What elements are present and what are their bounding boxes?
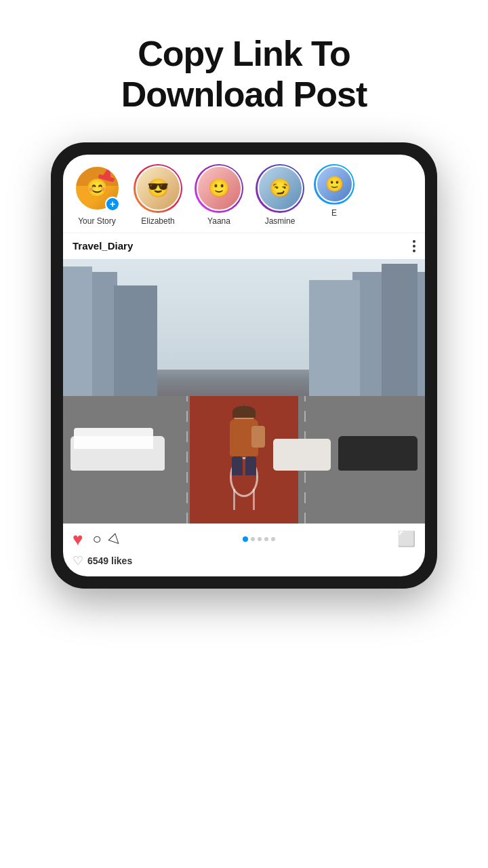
phone-screen: 😊 + Your Story 😎 Eliza [63, 155, 425, 576]
story-label-jasmine: Jasmine [265, 216, 296, 226]
post-image [63, 259, 425, 524]
more-options-button[interactable] [413, 240, 415, 252]
bookmark-button[interactable]: ⬜ [397, 532, 415, 547]
story-item-yaana[interactable]: 🙂 Yaana [192, 164, 246, 226]
story-label-elizabeth: Elizabeth [141, 216, 174, 226]
story-item-e[interactable]: 🙂 E [314, 164, 354, 218]
post-username[interactable]: Travel_Diary [73, 240, 133, 252]
likes-count: 6549 likes [87, 555, 132, 566]
story-label-yaana: Yaana [207, 216, 230, 226]
phone-mockup: 😊 + Your Story 😎 Eliza [51, 142, 437, 589]
post-indicator [243, 536, 275, 542]
likes-heart-icon: ♡ [73, 553, 83, 568]
post-actions: ♥ ○ ▷ ⬜ [63, 524, 425, 552]
like-button[interactable]: ♥ [73, 530, 83, 548]
story-item-jasmine[interactable]: 😏 Jasmine [253, 164, 307, 226]
story-label-e: E [331, 208, 337, 218]
story-item-your-story[interactable]: 😊 + Your Story [70, 164, 124, 226]
post-header: Travel_Diary [63, 233, 425, 259]
story-item-elizabeth[interactable]: 😎 Elizabeth [131, 164, 185, 226]
likes-row: ♡ 6549 likes [63, 552, 425, 576]
story-label-your-story: Your Story [78, 216, 116, 226]
stories-row: 😊 + Your Story 😎 Eliza [63, 155, 425, 233]
share-button[interactable]: ▷ [108, 530, 125, 547]
comment-button[interactable]: ○ [92, 532, 101, 547]
page-title: Copy Link To Download Post [121, 34, 367, 115]
